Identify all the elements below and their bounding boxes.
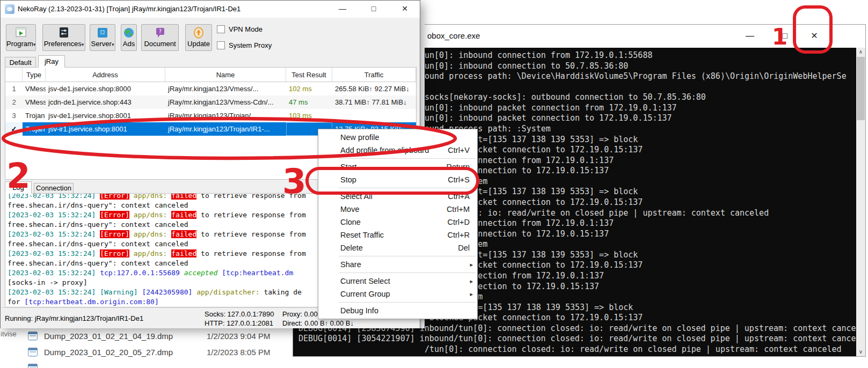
preferences-button[interactable]: Preferences▾	[42, 24, 85, 51]
table-cell[interactable]: jRay/mr.kingjan123/Vmess/...	[165, 82, 286, 95]
table-row[interactable]: 1VMessjsv-de1.jservice.shop:8000jRay/mr.…	[5, 82, 416, 95]
console-close-button[interactable]: ✕	[805, 27, 823, 45]
file-list-item[interactable]	[28, 363, 286, 368]
menu-item-select-all[interactable]: Select AllCtrl+A	[318, 190, 477, 203]
tab-log[interactable]: Log	[5, 181, 32, 194]
submenu-arrow-icon: ▸	[470, 288, 473, 300]
header-test-result[interactable]: Test Result	[286, 68, 332, 82]
table-cell[interactable]: VMess	[23, 82, 46, 95]
status-running: Running: jRay/mr.kingjan123/Trojan/IR1-D…	[5, 314, 143, 322]
document-button[interactable]: ? Document	[141, 24, 179, 51]
table-cell[interactable]: 1	[5, 82, 23, 95]
update-icon	[192, 26, 205, 39]
console-line: un[0]: inbound connection from 172.19.0.…	[425, 51, 652, 60]
menu-item-label: Current Select	[340, 275, 390, 288]
svg-text:?: ?	[159, 28, 162, 34]
menu-item-shortcut: Del	[458, 241, 470, 254]
table-cell[interactable]: jsv-ir1.jservice.shop:8001	[46, 122, 165, 136]
scroll-up-icon[interactable]: ∧	[856, 49, 865, 55]
table-cell[interactable]: 265.58 KiB↑ 92.27 MiB↓	[332, 82, 416, 95]
header-num[interactable]	[5, 68, 23, 82]
table-cell[interactable]: VMess	[23, 95, 46, 109]
menu-item-label: Share	[340, 258, 361, 271]
table-cell[interactable]: ✓	[5, 122, 23, 136]
table-cell[interactable]: jsv-de1.jservice.shop:8001	[46, 109, 165, 122]
header-name[interactable]: Name	[165, 68, 286, 82]
file-name[interactable]: Dump_2023_01_02_20_05_27.dmp	[44, 348, 173, 357]
table-cell[interactable]: Trojan	[23, 109, 46, 122]
menu-item-reset-traffic[interactable]: Reset TrafficCtrl+R	[318, 229, 477, 241]
table-cell[interactable]: 3	[5, 109, 23, 122]
header-address[interactable]: Address	[46, 68, 165, 82]
table-cell[interactable]: 38.71 MiB↑ 77.81 MiB↓	[332, 95, 416, 109]
menu-item-stop[interactable]: StopCtrl+S	[318, 173, 477, 186]
table-cell[interactable]: jsv-de1.jservice.shop:8000	[46, 82, 165, 95]
menu-item-new-profile[interactable]: New profile	[318, 131, 477, 144]
menu-item-clone[interactable]: CloneCtrl+D	[318, 216, 477, 229]
update-button[interactable]: Update	[185, 24, 212, 51]
menu-separator	[339, 273, 476, 273]
console-minimize-button[interactable]: —	[741, 27, 759, 45]
table-cell[interactable]: 102 ms	[286, 82, 332, 95]
server-button[interactable]: Server▾	[90, 24, 115, 51]
file-list-item[interactable]: Dump_2023_01_02_20_05_27.dmp1/2/2023 8:0…	[28, 347, 286, 359]
log-line: free.shecan.ir/dns-query": context cance…	[8, 259, 188, 268]
table-cell[interactable]	[332, 109, 416, 122]
nekoray-titlebar[interactable]: NekoRay (2.13-2023-01-31) [Trojan] jRay/…	[1, 1, 420, 18]
header-type[interactable]: Type	[23, 68, 46, 82]
log-line: [socks-in -> proxy]	[8, 278, 87, 288]
menu-item-move[interactable]: MoveCtrl+M	[318, 203, 477, 216]
nekoray-window-title: NekoRay (2.13-2023-01-31) [Trojan] jRay/…	[18, 5, 240, 13]
nekoray-toolbar: Program▾ Preferences▾ Server▾ Ads	[1, 18, 420, 55]
submenu-arrow-icon: ▸	[470, 258, 473, 271]
ads-button[interactable]: Ads	[121, 24, 137, 51]
menu-item-current-select[interactable]: Current Select▸	[318, 275, 477, 288]
dump-file-icon	[28, 332, 38, 340]
menu-item-label: New profile	[340, 131, 380, 144]
menu-item-label: Delete	[340, 241, 363, 254]
table-cell[interactable]: jRay/mr.kingjan123/Vmess-Cdn/...	[165, 95, 286, 109]
nekoray-close-button[interactable]: ✕	[394, 1, 415, 17]
table-cell[interactable]: jRay/mr.kingjan123/Trojan/IR1-...	[165, 122, 286, 136]
console-title: obox_core.exe	[427, 31, 480, 40]
dump-file-icon	[28, 364, 38, 368]
tab-connection[interactable]: Connection	[34, 183, 74, 194]
scroll-down-icon[interactable]: ∨	[856, 349, 865, 355]
tab-jray[interactable]: jRay	[38, 55, 65, 68]
checkbox-box[interactable]	[217, 41, 225, 49]
table-cell[interactable]: Trojan	[23, 122, 46, 136]
log-line: free.shecan.ir/dns-query": context cance…	[8, 201, 188, 210]
menu-item-shortcut: Ctrl+D	[448, 216, 470, 229]
table-cell[interactable]: 47 ms	[286, 95, 332, 109]
program-button[interactable]: Program▾	[6, 24, 36, 51]
table-row[interactable]: 2VMessjcdn-de1.jservice.shop:443jRay/mr.…	[5, 95, 416, 109]
table-cell[interactable]: 103 ms	[286, 109, 332, 122]
table-header-row: Type Address Name Test Result Traffic	[5, 68, 416, 82]
log-line: [2023-02-03 15:32:24] tcp:127.0.0.1:5568…	[8, 268, 293, 278]
header-traffic[interactable]: Traffic	[332, 68, 416, 82]
checkbox-box[interactable]	[217, 25, 225, 33]
table-cell[interactable]: jRay/mr.kingjan123/Trojan/...	[165, 109, 286, 122]
menu-item-add-profile-from-clipboard[interactable]: Add profile from clipboardCtrl+V	[318, 144, 477, 157]
file-list-item[interactable]: Dump_2023_01_02_21_04_19.dmp1/2/2023 9:0…	[28, 330, 286, 343]
nekoray-maximize-button[interactable]: □	[363, 1, 384, 17]
table-cell[interactable]: 2	[5, 95, 23, 109]
menu-item-share[interactable]: Share▸	[318, 258, 477, 271]
nekoray-app-icon	[5, 4, 14, 14]
table-cell[interactable]: jcdn-de1.jservice.shop:443	[46, 95, 165, 109]
menu-item-delete[interactable]: DeleteDel	[318, 241, 477, 254]
console-maximize-button[interactable]: □	[776, 27, 794, 45]
console-scrollbar-thumb[interactable]	[857, 57, 865, 120]
file-name[interactable]: Dump_2023_01_02_21_04_19.dmp	[44, 332, 173, 341]
nekoray-minimize-button[interactable]: —	[332, 1, 353, 17]
console-scrollbar[interactable]: ∧ ∨	[856, 48, 865, 356]
program-icon	[14, 26, 27, 39]
menu-item-start[interactable]: StartReturn	[318, 160, 477, 173]
context-menu: New profileAdd profile from clipboardCtr…	[318, 129, 478, 319]
menu-item-debug-info[interactable]: Debug Info	[318, 304, 477, 317]
table-row[interactable]: 3Trojanjsv-de1.jservice.shop:8001jRay/mr…	[5, 109, 416, 122]
menu-item-label: Reset Traffic	[340, 229, 384, 241]
menu-item-shortcut: Ctrl+S	[448, 173, 470, 186]
tab-default[interactable]: Default	[5, 57, 36, 68]
menu-item-current-group[interactable]: Current Group▸	[318, 288, 477, 300]
